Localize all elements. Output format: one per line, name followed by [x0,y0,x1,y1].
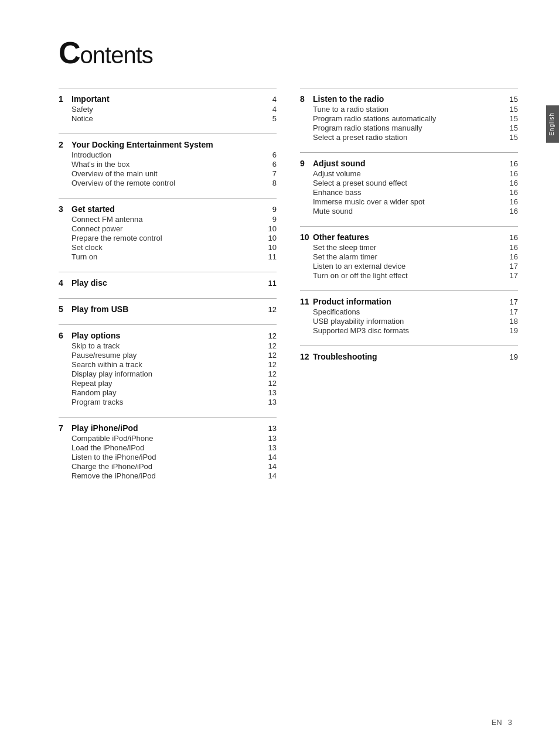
title-big-c: C [59,36,80,70]
sub-item-page: 4 [265,105,277,114]
sub-item-page: 12 [265,341,277,350]
section-divider [300,226,518,227]
sub-item-title: Set the sleep timer [313,243,506,252]
sub-item-title: Specifications [313,307,506,316]
sub-item-page: 15 [506,124,518,132]
sub-item-page: 12 [265,351,277,360]
sub-item-page: 11 [265,252,277,261]
section-divider [59,88,277,88]
sub-item-page: 13 [265,434,277,443]
section-number: 11 [300,297,313,306]
section-divider [300,345,518,346]
sub-item-title: Notice [71,114,265,123]
sub-item-page: 7 [265,169,277,178]
section-title: Play from USB [71,305,265,314]
sub-item: Select a preset sound effect16 [300,179,518,187]
sub-item-title: Program tracks [71,398,265,406]
sub-item-title: Overview of the main unit [71,169,265,178]
sub-item: Random play13 [59,388,277,397]
section-10: 10Other features16Set the sleep timer16S… [300,226,518,280]
sub-item-page: 15 [506,105,518,114]
section-divider [59,324,277,325]
section-divider [300,88,518,88]
sub-item-title: Charge the iPhone/iPod [71,462,265,471]
section-1: 1Important4Safety4Notice5 [59,88,277,123]
sub-item-title: Select a preset sound effect [313,179,506,187]
sub-item-title: Mute sound [313,207,506,215]
section-number: 7 [59,423,71,433]
section-header: 9Adjust sound16 [300,159,518,168]
section-divider [300,290,518,291]
section-number: 3 [59,204,71,214]
section-divider [59,298,277,299]
sub-item-title: Connect power [71,224,265,233]
sub-item: Prepare the remote control10 [59,234,277,242]
page: English Contents 1Important4Safety4Notic… [0,0,559,756]
sub-item-title: Safety [71,105,265,114]
sub-item: Connect power10 [59,224,277,233]
sub-item: Program radio stations manually15 [300,124,518,132]
section-title: Play iPhone/iPod [71,423,265,433]
sub-item-page: 16 [506,169,518,178]
sub-item: Search within a track12 [59,360,277,369]
section-page-number: 11 [265,279,277,288]
sub-item-title: Connect FM antenna [71,215,265,224]
sub-item: Introduction6 [59,150,277,159]
section-title: Important [71,94,265,104]
sub-item-title: Skip to a track [71,341,265,350]
section-title: Get started [71,204,265,214]
sub-item: Set the sleep timer16 [300,243,518,252]
section-title: Play options [71,331,265,340]
section-11: 11Product information17Specifications17U… [300,290,518,335]
sub-item-page: 16 [506,207,518,215]
sub-item-page: 12 [265,360,277,369]
section-8: 8Listen to the radio15Tune to a radio st… [300,88,518,142]
sub-item: Program tracks13 [59,398,277,406]
sub-item-title: Pause/resume play [71,351,265,360]
sub-item-page: 17 [506,307,518,316]
section-header: 5Play from USB12 [59,305,277,314]
section-divider [59,272,277,272]
section-6: 6Play options12Skip to a track12Pause/re… [59,324,277,406]
sub-item-title: Load the iPhone/iPod [71,443,265,452]
footer-lang: EN [492,718,502,727]
sub-item-page: 13 [265,398,277,406]
sub-item-title: Tune to a radio station [313,105,506,114]
sub-item-page: 6 [265,150,277,159]
sub-item-page: 16 [506,252,518,261]
section-number: 4 [59,278,71,288]
footer: EN 3 [492,718,512,727]
sub-item-title: Search within a track [71,360,265,369]
sub-item: What's in the box6 [59,160,277,169]
section-number: 2 [59,140,71,149]
section-5: 5Play from USB12 [59,298,277,314]
sub-item-page: 15 [506,114,518,123]
sub-item-page: 8 [265,179,277,187]
section-9: 9Adjust sound16Adjust volume16Select a p… [300,152,518,215]
sub-item: Charge the iPhone/iPod14 [59,462,277,471]
sub-item: Program radio stations automatically15 [300,114,518,123]
sub-item-page: 9 [265,215,277,224]
sub-item: Immerse music over a wider spot16 [300,197,518,206]
sub-item: Tune to a radio station15 [300,105,518,114]
sub-item-page: 13 [265,443,277,452]
footer-page: 3 [508,718,512,727]
sub-item-page: 15 [506,133,518,142]
section-divider [59,134,277,134]
section-divider [300,152,518,153]
page-title: Contents [59,35,518,70]
sub-item-title: Select a preset radio station [313,133,506,142]
sub-item-page: 12 [265,370,277,378]
section-header: 6Play options12 [59,331,277,340]
section-title: Troubleshooting [313,352,506,361]
section-number: 6 [59,331,71,340]
section-header: 4Play disc11 [59,278,277,288]
sub-item: Skip to a track12 [59,341,277,350]
sub-item: Listen to an external device17 [300,262,518,271]
sub-item-title: Adjust volume [313,169,506,178]
sub-item-page: 10 [265,224,277,233]
sub-item-title: Set clock [71,243,265,252]
right-column: 8Listen to the radio15Tune to a radio st… [300,88,518,491]
section-header: 11Product information17 [300,297,518,306]
section-page-number: 17 [506,297,518,306]
